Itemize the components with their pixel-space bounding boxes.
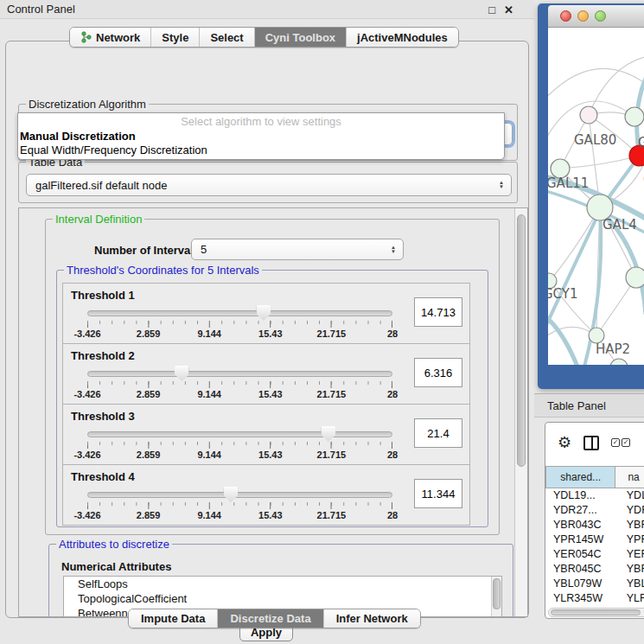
columns-icon[interactable] <box>583 436 599 450</box>
slider-thumb[interactable] <box>256 305 271 321</box>
close-traffic-light-icon[interactable] <box>560 10 571 22</box>
list-item[interactable]: SelfLoops <box>64 577 501 591</box>
slider-track[interactable] <box>87 371 392 377</box>
tick-label: 9.144 <box>197 510 221 520</box>
slider-ticks <box>87 381 392 388</box>
slider-ticks <box>87 442 392 449</box>
slider-thumb[interactable] <box>223 487 238 502</box>
algorithm-dropdown-popup: Select algorithm to view settings Manual… <box>17 112 505 160</box>
table-row[interactable]: YPR145WYPR1 <box>545 532 644 547</box>
table-row[interactable]: YER054CYER0 <box>545 547 644 562</box>
column-header-name[interactable]: na <box>615 466 644 488</box>
table-data-group: Table Data galFiltered.sif default node … <box>18 162 518 203</box>
number-of-intervals-combobox[interactable]: 5 ▲▼ <box>191 239 404 260</box>
panel-scrollbar <box>514 208 527 616</box>
threshold-1-slider: -3.4262.8599.14415.4321.71528 <box>87 308 392 341</box>
threshold-2-box: Threshold 2 -3.4262.8599.14415.4321.7152… <box>62 343 470 405</box>
tab-discretize-data[interactable]: Discretize Data <box>218 609 323 628</box>
scrollbar-thumb[interactable] <box>517 214 526 467</box>
spinner-arrows-icon: ▲▼ <box>391 245 396 254</box>
slider-ticks <box>87 321 392 328</box>
node-gal-partial[interactable] <box>625 107 644 126</box>
tick-label: 28 <box>387 450 398 460</box>
scrollbar-thumb[interactable] <box>493 578 501 609</box>
table-row[interactable]: YLR345WYLR3 <box>545 591 644 606</box>
tick-label: -3.426 <box>73 328 100 339</box>
threshold-4-box: Threshold 4 -3.4262.8599.14415.4321.7152… <box>62 464 470 526</box>
float-window-icon[interactable]: □ <box>488 3 495 16</box>
group-title: Discretization Algorithm <box>26 98 149 111</box>
threshold-3-value-field[interactable]: 21.4 <box>414 418 462 448</box>
node-label: GAL11 <box>548 175 589 191</box>
tick-label: 2.859 <box>137 450 161 460</box>
tab-style[interactable]: Style <box>151 28 200 47</box>
table-header-row: shared... na <box>545 466 644 488</box>
tab-network[interactable]: Network <box>70 28 151 47</box>
threshold-4-slider: -3.4262.8599.14415.4321.71528 <box>87 489 392 522</box>
table-row[interactable]: YBR045CYBR0 <box>545 562 644 577</box>
group-title: Attributes to discretize <box>56 538 172 551</box>
gear-icon[interactable]: ⚙ <box>558 435 571 450</box>
table-row[interactable]: YDL19...YDL1 <box>545 488 644 503</box>
zoom-traffic-light-icon[interactable] <box>595 10 606 22</box>
tab-impute-data[interactable]: Impute Data <box>129 609 218 628</box>
network-canvas[interactable]: GAL80 GAL GAL11 C GAL4 GCY1 H HAP2 <box>548 28 644 365</box>
scrollbar-thumb[interactable] <box>551 609 641 615</box>
tick-label: 9.144 <box>197 328 221 339</box>
tick-label: 21.715 <box>317 328 347 339</box>
popup-option-equal-width[interactable]: Equal Width/Frequency Discretization <box>18 143 504 157</box>
tick-label: 2.859 <box>137 389 161 399</box>
threshold-2-value-field[interactable]: 6.316 <box>414 358 462 387</box>
top-tab-bar: Network Style Select Cyni Toolbox jActiv… <box>69 27 459 48</box>
slider-track[interactable] <box>87 310 392 316</box>
table-data-combobox[interactable]: galFiltered.sif default node ▲▼ <box>26 174 512 196</box>
threshold-label: Threshold 3 <box>71 410 135 423</box>
table-rows: YDL19...YDL1 YDR27...YDR2 YBR043CYBR0 YP… <box>545 488 644 619</box>
tab-jactivemnodules[interactable]: jActiveMNodules <box>347 28 458 47</box>
group-title: Interval Definition <box>53 213 144 226</box>
tick-label: 28 <box>387 389 398 399</box>
node-bottom-partial[interactable] <box>610 359 628 365</box>
threshold-label: Threshold 4 <box>71 470 135 483</box>
cyni-toolbox-panel: Discretization Algorithm ▲▼ Select algor… <box>5 41 529 618</box>
tick-label: 9.144 <box>197 450 221 460</box>
threshold-3-box: Threshold 3 -3.4262.8599.14415.4321.7152… <box>62 404 470 465</box>
tab-cyni-toolbox[interactable]: Cyni Toolbox <box>255 28 347 47</box>
table-toolbar: ⚙ ✓ ✓ <box>545 423 644 462</box>
node-table: ⚙ ✓ ✓ shared... na YDL19...YDL1 YDR27...… <box>545 422 644 619</box>
tab-infer-network[interactable]: Infer Network <box>324 609 420 628</box>
slider-thumb[interactable] <box>321 426 335 442</box>
popup-placeholder: Select algorithm to view settings <box>18 113 504 130</box>
table-row[interactable]: YBL079WYBL0 <box>545 577 644 591</box>
network-window-titlebar[interactable] <box>548 5 644 28</box>
select-columns-icons[interactable]: ✓ ✓ <box>611 438 630 447</box>
list-item[interactable]: TopologicalCoefficient <box>64 591 501 606</box>
slider-track[interactable] <box>87 431 392 437</box>
checkbox-icon: ✓ <box>611 438 620 447</box>
screen: Control Panel □ ✕ Network Style Select C… <box>0 0 644 644</box>
close-icon[interactable]: ✕ <box>504 3 513 16</box>
tick-label: -3.426 <box>73 450 100 460</box>
slider-tick-labels: -3.4262.8599.14415.4321.71528 <box>87 389 392 399</box>
table-horizontal-scrollbar <box>548 608 644 617</box>
node-label: GAL80 <box>574 132 616 148</box>
tick-label: 28 <box>387 510 398 520</box>
column-header-shared-name[interactable]: shared... <box>545 466 615 488</box>
minimize-traffic-light-icon[interactable] <box>577 10 589 22</box>
settings-scrollpane: Interval Definition Number of Intervals … <box>18 207 528 617</box>
node-gal80[interactable] <box>580 106 597 124</box>
table-row[interactable]: YDR27...YDR2 <box>545 503 644 518</box>
threshold-4-value-field[interactable]: 11.344 <box>414 479 462 508</box>
popup-option-manual[interactable]: Manual Discretization <box>18 130 504 143</box>
node-h-partial[interactable] <box>626 267 644 288</box>
slider-tick-labels: -3.4262.8599.14415.4321.71528 <box>87 450 392 460</box>
slider-thumb[interactable] <box>175 366 189 381</box>
tick-label: -3.426 <box>73 510 100 520</box>
slider-track[interactable] <box>87 492 392 498</box>
threshold-1-value-field[interactable]: 14.713 <box>414 297 462 327</box>
table-row[interactable]: YBR043CYBR0 <box>545 518 644 532</box>
node-label: GAL <box>638 135 644 150</box>
tick-label: 21.715 <box>317 450 347 460</box>
tick-label: 21.715 <box>317 510 347 520</box>
tab-select[interactable]: Select <box>200 28 254 47</box>
